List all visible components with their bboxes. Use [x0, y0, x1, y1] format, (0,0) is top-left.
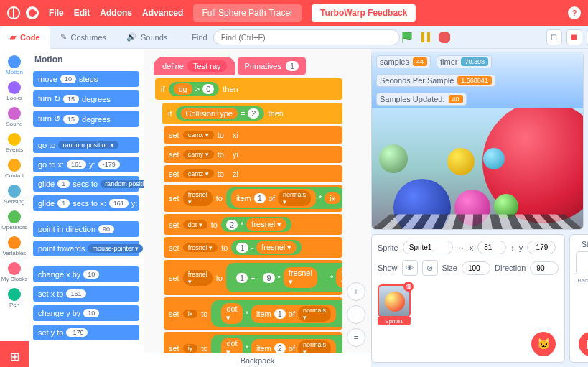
category-looks[interactable]: Looks — [6, 79, 22, 103]
block-glidexy[interactable]: glide1secs to x:161y:-179 — [33, 195, 139, 211]
if-collision[interactable]: ifCollisionType=2then — [162, 103, 342, 124]
set-fresnel-item[interactable]: setfresnel ▾toitem1ofnormals ▾*ixitem — [164, 185, 342, 212]
workspace[interactable]: defineTest ray Primatives1 ifbg>0then if… — [144, 49, 371, 367]
menu-addons[interactable]: Addons — [100, 8, 132, 18]
tab-sounds[interactable]: 🔊Sounds — [116, 26, 177, 49]
if-bg[interactable]: ifbg>0then — [155, 78, 342, 100]
block-gotoxy[interactable]: go to x:161y:-179 — [33, 157, 139, 172]
stage-area: samples44 timer70.398 Seconds Per Sample… — [371, 52, 584, 230]
block-goto[interactable]: go torandom position ▾ — [33, 137, 139, 153]
show-button[interactable]: 👁 — [402, 260, 418, 276]
block-set-y[interactable]: set y to-179 — [33, 325, 139, 340]
small-stage-button[interactable]: ◻ — [546, 29, 562, 45]
define-hat[interactable]: defineTest ray — [154, 57, 235, 75]
set-camx[interactable]: setcamx ▾toxi — [164, 126, 342, 144]
pause-icon[interactable] — [419, 30, 433, 45]
menu-edit[interactable]: Edit — [74, 8, 90, 18]
tab-code[interactable]: ▰Code — [0, 26, 50, 49]
set-camy[interactable]: setcamy ▾toyi — [164, 146, 342, 163]
block-turn-cw[interactable]: turn ↻15degrees — [33, 90, 139, 107]
stage-label: Stage — [582, 241, 588, 248]
zoom-reset-button[interactable]: = — [347, 328, 365, 347]
category-motion[interactable]: Motion — [6, 53, 23, 78]
svg-rect-0 — [421, 32, 424, 42]
block-glide[interactable]: glide1secs torandom position ▾ — [33, 176, 139, 192]
find-input[interactable] — [213, 29, 400, 45]
svg-rect-1 — [427, 32, 430, 42]
block-flyout: Motion move10steps turn ↻15degrees turn … — [29, 49, 144, 367]
category-variables[interactable]: Variables — [3, 234, 27, 259]
find-label: Find — [192, 33, 207, 42]
stage-panel: Stage Backdrops 1 🖼 — [569, 234, 588, 363]
set-camz[interactable]: setcamz ▾tozi — [164, 165, 342, 182]
block-point-dir[interactable]: point in direction90 — [33, 221, 139, 237]
sprite-dir-input[interactable] — [530, 261, 559, 275]
add-backdrop-button[interactable]: 🖼 — [579, 332, 588, 356]
primatives-label-1[interactable]: Primatives1 — [238, 57, 306, 75]
menu-file[interactable]: File — [49, 8, 64, 18]
monitor-sps: Seconds Per Sample1.568841 — [376, 74, 495, 87]
project-title[interactable]: Full Sphere Path Tracer — [193, 4, 302, 22]
svg-marker-2 — [439, 32, 450, 43]
monitor-timer: timer70.398 — [437, 55, 492, 68]
block-change-x[interactable]: change x by10 — [33, 266, 139, 282]
hide-button[interactable]: ⊘ — [422, 260, 438, 276]
category-palette: MotionLooksSoundEventsControlSensingOper… — [0, 49, 29, 367]
stage-thumb[interactable] — [576, 251, 588, 274]
set-dot-2fresnel[interactable]: setdot ▾to2*fresnel ▾ — [164, 214, 342, 235]
add-extension-button[interactable]: ⊞ — [0, 341, 29, 367]
backpack[interactable]: Backpack — [144, 353, 371, 367]
category-sound[interactable]: Sound — [6, 105, 22, 129]
feedback-button[interactable]: TurboWarp Feedback — [312, 4, 416, 22]
help-icon[interactable]: ? — [568, 6, 581, 19]
category-my-blocks[interactable]: My Blocks — [1, 260, 27, 284]
green-flag-icon[interactable] — [400, 30, 414, 45]
sprite-thumb[interactable]: 🗑 Sprite1 — [378, 284, 411, 325]
menu-advanced[interactable]: Advanced — [142, 8, 183, 18]
find-bar: Find — [192, 29, 399, 45]
block-change-y[interactable]: change y by10 — [33, 305, 139, 321]
block-set-x[interactable]: set x to161 — [33, 286, 139, 302]
tab-costumes[interactable]: ✎Costumes — [50, 26, 117, 49]
sprite-name-input[interactable] — [403, 241, 453, 254]
block-turn-ccw[interactable]: turn ↺15degrees — [33, 111, 139, 127]
set-ix[interactable]: setixtodot ▾*item1ofnormals ▾+ix — [164, 297, 342, 330]
turbowarp-logo-icon — [26, 6, 39, 19]
language-icon[interactable] — [7, 6, 20, 19]
set-fresnel-chain[interactable]: setfresnel ▾to1+9*fresnel ▾*fresnel ▾fre… — [164, 260, 342, 295]
category-header: Motion — [33, 53, 139, 68]
set-fresnel-1minus[interactable]: setfresnel ▾to1-fresnel ▾ — [164, 237, 342, 258]
sprite-label: Sprite — [378, 243, 398, 252]
category-sensing[interactable]: Sensing — [4, 182, 25, 207]
sprite-size-input[interactable] — [462, 261, 490, 275]
sprite-y-input[interactable] — [527, 241, 556, 254]
sprite-info: Sprite ↔x ↕y Show 👁 ⊘ Size Direction 🗑 S… — [371, 234, 565, 363]
large-stage-button[interactable]: ◼ — [566, 29, 582, 45]
delete-sprite-icon[interactable]: 🗑 — [403, 282, 414, 292]
stop-icon[interactable] — [437, 30, 452, 45]
zoom-out-button[interactable]: − — [347, 305, 365, 324]
category-events[interactable]: Events — [6, 131, 23, 155]
monitor-samples-updated: Samples Updated:40 — [376, 93, 467, 106]
category-pen[interactable]: Pen — [8, 286, 21, 310]
stage-canvas[interactable] — [372, 108, 583, 229]
category-control[interactable]: Control — [5, 157, 24, 181]
set-iy[interactable]: setiytodot ▾*item2ofnormals ▾+iy — [164, 332, 342, 353]
add-sprite-button[interactable]: 🐱 — [531, 332, 556, 356]
monitor-samples: samples44 — [376, 55, 431, 68]
category-operators[interactable]: Operators — [1, 208, 27, 233]
sprite-x-input[interactable] — [477, 241, 506, 254]
zoom-in-button[interactable]: + — [347, 282, 365, 301]
block-point-towards[interactable]: point towardsmouse-pointer ▾ — [33, 241, 139, 256]
block-move[interactable]: move10steps — [33, 71, 139, 87]
